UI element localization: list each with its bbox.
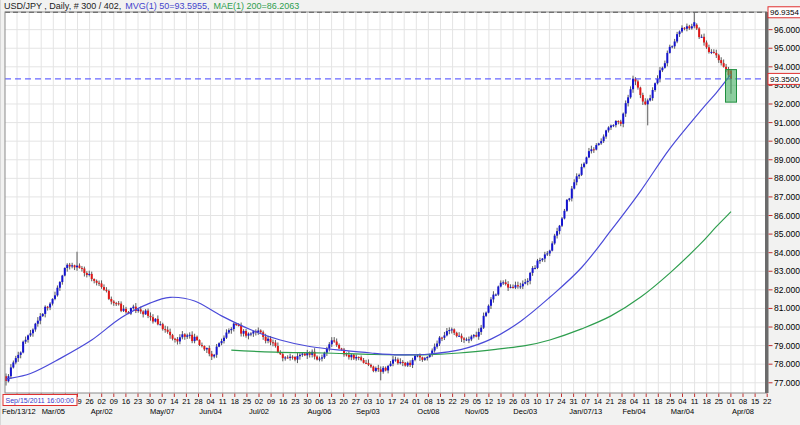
candle-down xyxy=(397,360,399,364)
candle-up xyxy=(622,114,624,124)
x-tick-label: 30 xyxy=(146,397,154,406)
x-tick-label: 18 xyxy=(231,397,239,406)
candle-up xyxy=(394,360,396,361)
candle-up xyxy=(451,329,453,330)
x-tick-label: 03 xyxy=(364,397,372,406)
candle-up xyxy=(299,355,301,356)
x-month-label: Oct/08 xyxy=(417,407,439,416)
x-tick-label: 03 xyxy=(521,397,529,406)
candle-up xyxy=(331,340,333,344)
candle-up xyxy=(407,363,409,366)
candle-down xyxy=(372,367,374,371)
x-tick-label: 21 xyxy=(182,397,190,406)
candle-up xyxy=(458,336,460,337)
candle-up xyxy=(56,288,58,296)
candle-down xyxy=(162,324,164,329)
candle-up xyxy=(563,211,565,219)
candle-down xyxy=(698,28,700,37)
candle-down xyxy=(333,340,335,341)
candle-up xyxy=(701,37,703,38)
candle-down xyxy=(265,337,267,341)
candle-down xyxy=(174,339,176,340)
x-month-label: Mar/05 xyxy=(42,407,65,416)
candle-down xyxy=(409,363,411,365)
x-tick-label: 17 xyxy=(388,397,396,406)
x-month-label: Jun/04 xyxy=(199,407,222,416)
candle-up xyxy=(615,121,617,125)
x-tick-label: 26 xyxy=(85,397,93,406)
x-month-label: May/07 xyxy=(150,407,175,416)
candle-up xyxy=(480,328,482,332)
candle-down xyxy=(642,95,644,102)
candle-down xyxy=(463,338,465,339)
x-tick-label: 31 xyxy=(569,397,577,406)
candle-up xyxy=(559,226,561,231)
candle-down xyxy=(208,348,210,354)
candle-up xyxy=(189,335,191,336)
candle-up xyxy=(556,231,558,236)
x-tick-label: 10 xyxy=(376,397,384,406)
candle-up xyxy=(497,286,499,294)
candle-up xyxy=(510,287,512,288)
candle-up xyxy=(123,309,125,311)
candle-up xyxy=(661,68,663,71)
grid-layer xyxy=(5,12,767,393)
x-tick-label: 02 xyxy=(255,397,263,406)
candle-up xyxy=(32,330,34,334)
y-tick-label: 87.0000 xyxy=(774,192,800,202)
x-month-label: Apr/08 xyxy=(732,407,754,416)
candle-down xyxy=(69,265,71,267)
candle-up xyxy=(321,357,323,358)
candle-up xyxy=(443,335,445,337)
x-tick-label: 27 xyxy=(352,397,360,406)
candle-down xyxy=(353,355,355,359)
x-tick-label: 24 xyxy=(400,397,408,406)
candle-up xyxy=(534,268,536,269)
candle-up xyxy=(610,126,612,128)
candle-up xyxy=(561,218,563,225)
price-label-box: 93.3500 xyxy=(768,73,800,84)
candle-up xyxy=(213,355,215,357)
candle-up xyxy=(571,189,573,199)
candle-up xyxy=(243,331,245,334)
candle-up xyxy=(612,125,614,126)
x-month-label: Aug/06 xyxy=(308,407,332,416)
y-tick-label: 81.0000 xyxy=(774,303,800,313)
candle-up xyxy=(473,335,475,336)
x-tick-label: 11 xyxy=(642,397,650,406)
candle-down xyxy=(120,304,122,311)
x-month-label: Dec/03 xyxy=(513,407,537,416)
x-tick-label: 19 xyxy=(497,397,505,406)
candle-up xyxy=(671,46,673,47)
y-tick-label: 82.0000 xyxy=(774,285,800,295)
candle-up xyxy=(375,368,377,371)
candle-down xyxy=(720,60,722,63)
y-tick-label: 86.0000 xyxy=(774,211,800,221)
candle-up xyxy=(595,145,597,150)
x-month-label: Nov/05 xyxy=(465,407,489,416)
candle-up xyxy=(179,337,181,341)
candle-down xyxy=(103,287,105,290)
candle-down xyxy=(341,349,343,350)
candle-down xyxy=(593,149,595,150)
candle-up xyxy=(578,175,580,176)
candle-up xyxy=(693,22,695,26)
candle-down xyxy=(118,303,120,304)
x-tick-label: 05 xyxy=(473,397,481,406)
candle-down xyxy=(282,354,284,358)
candle-up xyxy=(223,338,225,341)
candle-up xyxy=(10,367,12,376)
candle-up xyxy=(470,336,472,339)
candle-down xyxy=(147,311,149,316)
candle-up xyxy=(387,366,389,370)
candle-down xyxy=(125,309,127,312)
candle-down xyxy=(316,357,318,360)
candle-down xyxy=(377,368,379,369)
x-tick-label: 14 xyxy=(594,397,602,406)
candle-up xyxy=(25,340,27,342)
candle-down xyxy=(368,363,370,365)
candle-down xyxy=(152,317,154,321)
price-chart[interactable]: 77.000078.000079.000080.000081.000082.00… xyxy=(1,0,800,425)
candle-up xyxy=(674,41,676,46)
candle-up xyxy=(392,360,394,364)
